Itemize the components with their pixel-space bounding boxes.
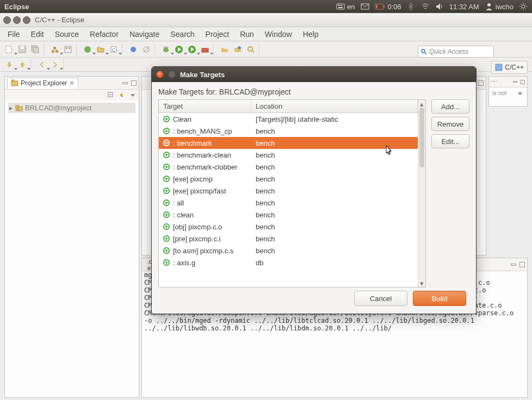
table-row[interactable]: [exe] pixcmpbench <box>159 173 418 185</box>
table-row[interactable]: : benchmark-clobberbench <box>159 161 418 173</box>
targets-table: Target Location Clean[Targets]/[lib] uta… <box>158 99 426 288</box>
cancel-button[interactable]: Cancel <box>354 291 407 306</box>
network-icon[interactable] <box>421 2 430 11</box>
table-row[interactable]: : benchmark-cleanbench <box>159 149 418 161</box>
user-indicator[interactable]: iwcho <box>485 2 514 11</box>
table-row[interactable]: : allbench <box>159 197 418 209</box>
menu-navigate[interactable]: Navigate <box>124 29 165 40</box>
table-row[interactable]: : axis.gdb <box>159 257 418 268</box>
dialog-close-icon[interactable] <box>156 71 164 78</box>
quick-access-input[interactable]: Quick Access <box>418 46 494 58</box>
target-location: bench <box>251 211 418 219</box>
sound-icon[interactable] <box>435 2 444 11</box>
maximize-editor-icon[interactable] <box>478 80 484 86</box>
menu-refactor[interactable]: Refactor <box>84 29 124 40</box>
target-name: : clean <box>173 211 194 219</box>
menu-edit[interactable]: Edit <box>26 29 50 40</box>
external-tools-button[interactable] <box>199 43 211 55</box>
new-button[interactable] <box>3 43 15 55</box>
scroll-thumb[interactable] <box>419 108 424 167</box>
bluetooth-icon[interactable] <box>407 2 416 11</box>
expand-arrow-icon[interactable]: ▸ <box>9 104 13 112</box>
svg-point-35 <box>238 46 241 49</box>
build-button[interactable] <box>49 43 61 55</box>
gear-icon[interactable] <box>519 2 528 11</box>
menu-source[interactable]: Source <box>50 29 84 40</box>
table-row[interactable]: [exe] pixcmp/fastbench <box>159 185 418 197</box>
minimize-console-icon[interactable] <box>511 264 516 266</box>
project-tree-item[interactable]: ▸ C BRLCAD@myproject <box>8 103 135 113</box>
save-button[interactable] <box>16 43 28 55</box>
mail-indicator-icon[interactable] <box>361 2 369 11</box>
prev-annotation-button[interactable] <box>16 59 28 71</box>
save-all-button[interactable] <box>29 43 41 55</box>
svg-point-38 <box>422 49 425 53</box>
table-row[interactable]: Clean[Targets]/[lib] utahrle-static <box>159 113 418 125</box>
keyboard-indicator[interactable]: en <box>336 2 355 11</box>
menu-file[interactable]: File <box>2 29 26 40</box>
view-menu-stub-icon[interactable] <box>516 90 524 97</box>
debug-button[interactable] <box>160 43 172 55</box>
table-row[interactable]: [to asm] pixcmp.c.sbench <box>159 245 418 257</box>
table-row[interactable]: : benchmarkbench <box>159 137 418 149</box>
edit-button[interactable]: Edit... <box>431 134 469 148</box>
search-button[interactable] <box>245 43 257 55</box>
maximize-view-icon[interactable] <box>131 80 137 86</box>
table-scrollbar[interactable]: ▴ ▾ <box>418 100 425 287</box>
svg-rect-4 <box>338 7 343 8</box>
minimize-stub-icon[interactable] <box>513 81 517 83</box>
minimize-view-icon[interactable] <box>122 82 128 84</box>
forward-button[interactable] <box>49 59 61 71</box>
dialog-minimize-icon[interactable] <box>168 71 176 78</box>
maximize-console-icon[interactable] <box>519 262 525 267</box>
build-button-dialog[interactable]: Build <box>413 291 466 306</box>
view-menu-icon[interactable] <box>129 91 137 99</box>
scroll-down-icon[interactable]: ▾ <box>418 279 425 287</box>
column-header-target[interactable]: Target <box>159 100 251 112</box>
table-row[interactable]: [pre] pixcmp.c.ibench <box>159 233 418 245</box>
maximize-stub-icon[interactable] <box>521 80 525 84</box>
open-resource-button[interactable] <box>232 43 244 55</box>
target-name: Clean <box>173 115 191 123</box>
toggle-breakpoint-button[interactable] <box>127 43 139 55</box>
dialog-titlebar[interactable]: Make Targets <box>152 67 476 82</box>
open-project-button[interactable] <box>219 43 231 55</box>
add-button[interactable]: Add... <box>431 99 469 114</box>
back-button[interactable] <box>36 59 48 71</box>
table-row[interactable]: : cleanbench <box>159 209 418 221</box>
menu-search[interactable]: Search <box>165 29 200 40</box>
window-maximize-icon[interactable] <box>23 16 30 24</box>
build-all-button[interactable] <box>62 43 74 55</box>
window-minimize-icon[interactable] <box>13 16 21 24</box>
new-class-button[interactable] <box>82 43 94 55</box>
battery-indicator[interactable]: 0:06 <box>375 3 401 11</box>
column-header-location[interactable]: Location <box>251 100 418 112</box>
target-name: [obj] pixcmp.c.o <box>173 223 222 231</box>
menu-run[interactable]: Run <box>234 29 259 40</box>
collapse-all-icon[interactable] <box>107 91 115 99</box>
profile-button[interactable] <box>186 43 198 55</box>
perspective-switcher[interactable]: C/C++ <box>491 61 528 74</box>
new-folder-button[interactable] <box>95 43 107 55</box>
project-explorer-tab[interactable]: Project Explorer ✕ <box>7 78 78 89</box>
remove-button[interactable]: Remove <box>431 117 469 131</box>
skip-breakpoints-button[interactable] <box>140 43 152 55</box>
table-row[interactable]: [obj] pixcmp.c.obench <box>159 221 418 233</box>
dialog-title: Make Targets <box>180 71 225 79</box>
svg-line-31 <box>167 47 168 48</box>
clock[interactable]: 11:32 AM <box>449 3 479 11</box>
table-row[interactable]: : bench_MANS_cpbench <box>159 125 418 137</box>
open-type-button[interactable]: C <box>108 43 120 55</box>
link-editor-icon[interactable] <box>118 91 126 99</box>
menu-project[interactable]: Project <box>200 29 235 40</box>
target-icon <box>163 199 170 206</box>
menu-window[interactable]: Window <box>259 29 298 40</box>
svg-point-36 <box>248 47 252 51</box>
target-location: bench <box>251 163 418 171</box>
menu-help[interactable]: Help <box>298 29 324 40</box>
next-annotation-button[interactable] <box>3 59 15 71</box>
window-close-icon[interactable] <box>3 16 11 24</box>
make-targets-dialog: Make Targets Make Targets for: BRLCAD@my… <box>151 66 477 314</box>
run-button[interactable] <box>173 43 185 55</box>
scroll-up-icon[interactable]: ▴ <box>418 100 425 108</box>
